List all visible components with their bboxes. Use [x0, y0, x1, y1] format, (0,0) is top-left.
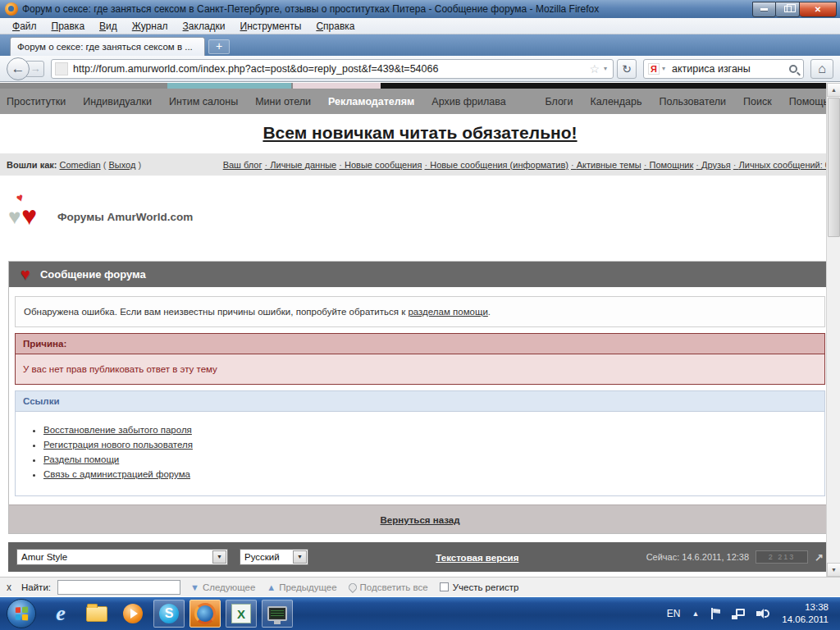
banner-segment-dark: [381, 83, 826, 89]
menu-file[interactable]: Файл: [5, 19, 44, 34]
search-input[interactable]: актириса изганы: [672, 63, 789, 75]
link-password-recovery[interactable]: Восстановление забытого пароля: [43, 425, 192, 435]
link-active-topics[interactable]: Активные темы: [571, 160, 641, 170]
nav-intim-salony[interactable]: Интим салоны: [169, 96, 238, 107]
search-box[interactable]: Я ▾ актириса изганы: [643, 59, 804, 79]
go-back-link[interactable]: Вернуться назад: [381, 515, 460, 525]
menu-tools[interactable]: Инструменты: [233, 19, 309, 34]
select-dropdown-icon[interactable]: ▼: [212, 550, 226, 564]
scroll-up-button[interactable]: ▲: [827, 83, 840, 97]
style-select[interactable]: Amur Style ▼: [16, 549, 228, 565]
bookmark-dropdown-icon[interactable]: ▾: [604, 65, 607, 72]
language-select[interactable]: Русский ▼: [240, 549, 308, 565]
list-item: Связь с администрацией форума: [43, 469, 816, 479]
match-case-checkbox[interactable]: [440, 582, 449, 591]
nav-mini-oteli[interactable]: Мини отели: [255, 96, 311, 107]
logout-link[interactable]: Выход: [108, 160, 135, 170]
find-next-button[interactable]: ▼ Следующее: [190, 582, 255, 592]
nav-polzovateli[interactable]: Пользователи: [659, 96, 726, 107]
minimize-icon: [760, 8, 768, 11]
restore-button[interactable]: [776, 2, 800, 17]
yandex-engine-icon[interactable]: Я: [648, 63, 660, 75]
menu-history[interactable]: Журнал: [125, 19, 176, 34]
remote-desktop-taskbar-icon[interactable]: [262, 600, 293, 628]
forum-logo[interactable]: ♥ ♥ ♥ Форумы AmurWorld.com: [8, 197, 840, 236]
scrollbar-thumb[interactable]: [828, 98, 840, 237]
link-new-messages-informative[interactable]: Новые сообщения (информатив): [424, 160, 568, 170]
paren: (: [103, 160, 107, 170]
username-link[interactable]: Comedian: [60, 160, 101, 170]
active-tab[interactable]: Форум о сексе: где заняться сексом в ...: [10, 37, 205, 56]
text-version-link[interactable]: Текстовая версия: [436, 553, 518, 563]
highlight-all-button[interactable]: Подсветить все: [349, 582, 428, 592]
nav-pomosch[interactable]: Помощь: [789, 96, 829, 107]
match-case-option[interactable]: Учесть регистр: [440, 582, 519, 592]
select-dropdown-icon[interactable]: ▼: [293, 550, 307, 564]
nav-individualki[interactable]: Индивидуалки: [83, 96, 152, 107]
firefox-taskbar-icon[interactable]: [189, 600, 221, 628]
window-titlebar[interactable]: Форум о сексе: где заняться сексом в Сан…: [0, 0, 840, 18]
internet-explorer-taskbar-icon[interactable]: e: [45, 600, 76, 628]
system-tray: EN ▲ 13:38 14.06.2011: [667, 601, 837, 626]
find-prev-button[interactable]: ▲ Предыдущее: [267, 582, 336, 592]
nav-reklamodatelyam[interactable]: Рекламодателям: [328, 96, 414, 107]
link-your-blog[interactable]: Ваш блог: [223, 160, 262, 170]
tray-clock[interactable]: 13:38 14.06.2011: [782, 601, 829, 626]
skype-icon: S: [159, 604, 179, 623]
menu-bookmarks[interactable]: Закладки: [176, 19, 233, 34]
nav-arhiv-frilava[interactable]: Архив фрилава: [431, 96, 505, 107]
corner-arrow-icon[interactable]: ↗: [815, 551, 824, 564]
search-magnifier-icon[interactable]: [789, 65, 797, 73]
link-personal-data[interactable]: Личные данные: [265, 160, 337, 170]
menu-help[interactable]: Справка: [308, 19, 362, 34]
search-engine-dropdown-icon[interactable]: ▾: [662, 65, 665, 72]
page-scrollbar[interactable]: ▲ ▼: [826, 83, 840, 577]
visitor-counter: 2 213: [756, 550, 808, 564]
action-center-flag-icon[interactable]: [710, 608, 720, 619]
file-explorer-taskbar-icon[interactable]: [81, 600, 112, 628]
media-player-taskbar-icon[interactable]: [117, 600, 148, 628]
reload-button[interactable]: ↻: [617, 59, 637, 79]
bookmark-star-icon[interactable]: ☆: [589, 62, 600, 75]
scroll-down-button[interactable]: ▼: [827, 563, 840, 577]
new-tab-button[interactable]: +: [208, 39, 230, 54]
network-icon[interactable]: [732, 609, 745, 619]
volume-icon[interactable]: [756, 608, 770, 619]
style-select-value: Amur Style: [21, 552, 67, 562]
language-indicator[interactable]: EN: [667, 608, 681, 619]
start-button[interactable]: [7, 599, 36, 628]
announcement-link[interactable]: Всем новичкам читать обязательно!: [262, 123, 577, 142]
tray-time: 13:38: [782, 601, 829, 614]
back-button[interactable]: ←: [7, 57, 30, 80]
excel-taskbar-icon[interactable]: X: [226, 600, 257, 628]
skype-taskbar-icon[interactable]: S: [153, 600, 185, 628]
menu-edit[interactable]: Правка: [44, 19, 93, 34]
link-new-messages[interactable]: Новые сообщения: [339, 160, 422, 170]
findbar-close-button[interactable]: x: [7, 582, 21, 593]
help-sections-link[interactable]: разделам помощи: [408, 307, 487, 317]
menu-view[interactable]: Вид: [92, 19, 125, 34]
home-button[interactable]: ⌂: [810, 59, 833, 79]
navigation-toolbar: ← → http://forum.amurworld.com/index.php…: [0, 56, 840, 82]
nav-kalendar[interactable]: Календарь: [590, 96, 641, 107]
link-contact-administration[interactable]: Связь с администрацией форума: [43, 469, 190, 479]
user-bar: Вошли как: Comedian ( Выход ) Ваш блог Л…: [0, 153, 840, 176]
close-button[interactable]: ✕: [800, 2, 837, 17]
hidden-icons-chevron[interactable]: ▲: [692, 609, 699, 618]
highlighter-icon: [346, 581, 358, 592]
url-text[interactable]: http://forum.amurworld.com/index.php?act…: [73, 63, 587, 75]
link-help-sections[interactable]: Разделы помощи: [43, 454, 119, 464]
minimize-button[interactable]: [752, 2, 776, 17]
window-controls: ✕: [752, 2, 837, 17]
nav-blogi[interactable]: Блоги: [545, 96, 573, 107]
find-input[interactable]: [57, 580, 180, 595]
nav-prostitutki[interactable]: Проститутки: [7, 96, 66, 107]
links-title: Ссылки: [16, 391, 824, 412]
link-register-new-user[interactable]: Регистрация нового пользователя: [43, 440, 193, 450]
link-assistant[interactable]: Помощник: [644, 160, 694, 170]
url-bar[interactable]: http://forum.amurworld.com/index.php?act…: [51, 59, 614, 79]
windows-logo-icon: [16, 606, 28, 620]
link-private-messages-count[interactable]: Личных сообщений: 0: [733, 160, 830, 170]
link-friends[interactable]: Друзья: [696, 160, 730, 170]
nav-poisk[interactable]: Поиск: [743, 96, 772, 107]
